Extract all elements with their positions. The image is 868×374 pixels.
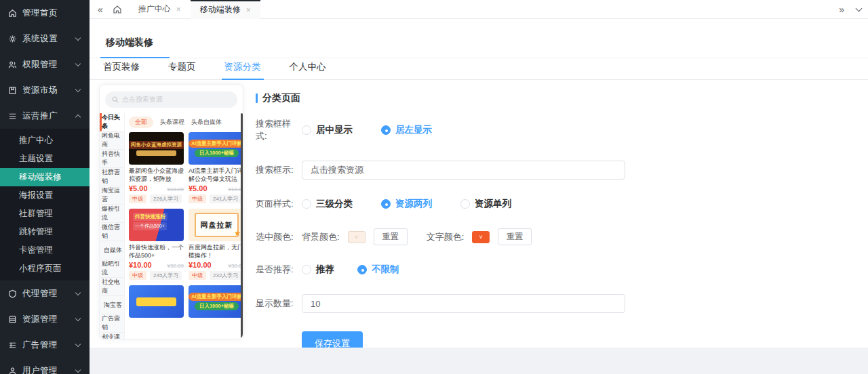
radio-icon[interactable]	[302, 125, 311, 135]
main-column: « 推广中心 × 移动端装修 × » 移动端装修 首页装修 专题页 资源分类	[90, 0, 868, 374]
category-item[interactable]: 社群营销	[100, 168, 124, 186]
submenu-item-poster-settings[interactable]: 海报设置	[0, 186, 90, 205]
category-item[interactable]: 抖音快手	[100, 150, 124, 168]
product-image-text: 日入1000+秘籍	[195, 302, 239, 310]
sidebar-item-dashboard[interactable]: 管理首页	[0, 0, 90, 26]
radio-option-center[interactable]: 居中显示	[302, 124, 353, 136]
collapse-sidebar-icon[interactable]: «	[98, 5, 103, 14]
submenu-item-redirect[interactable]: 跳转管理	[0, 223, 90, 241]
sidebar-item-resources[interactable]: 资源管理	[0, 306, 90, 332]
submenu-item-promo-center[interactable]: 推广中心	[0, 131, 90, 150]
submenu-item-mobile-decoration[interactable]: 移动端装修	[0, 168, 90, 186]
category-item[interactable]: 自媒体	[100, 241, 124, 259]
category-item[interactable]: 贴吧引流	[100, 259, 124, 278]
product-title: 百度网盘拉新，无门槛操作！	[189, 244, 243, 259]
radio-option-single-column[interactable]: 资源单列	[460, 198, 511, 210]
banner-decoration	[136, 297, 176, 306]
radio-icon[interactable]	[460, 199, 470, 209]
sidebar-item-users[interactable]: 用户管理	[0, 358, 90, 374]
subtab-courses[interactable]: 头条课程	[160, 118, 184, 127]
sidebar-item-agents[interactable]: 代理管理	[0, 280, 90, 306]
tab-home-decoration[interactable]: 首页装修	[100, 58, 142, 79]
tab-personal-center[interactable]: 个人中心	[287, 58, 329, 79]
category-item[interactable]: 闲鱼电商	[100, 131, 124, 150]
category-item[interactable]: 广告营销	[100, 314, 124, 333]
sidebar-item-operations[interactable]: 运营推广	[0, 103, 90, 129]
radio-icon[interactable]	[381, 199, 391, 209]
product-students: 241人学习	[210, 194, 241, 203]
product-price: ¥5.00	[129, 184, 148, 192]
text-color-swatch[interactable]: ˅	[472, 231, 490, 243]
sidebar-item-system-settings[interactable]: 系统设置	[0, 26, 90, 51]
product-card[interactable]	[129, 285, 184, 318]
radio-icon[interactable]	[381, 125, 391, 135]
product-card[interactable]: 抖音快速涨粉 一个作品500+ 抖音快速涨粉，一个作品500+ ¥10.00¥3…	[129, 209, 184, 280]
product-title: AI流量主新手入门详解公众号爆文玩法	[189, 167, 243, 183]
radio-option-left[interactable]: 居左显示	[381, 124, 432, 136]
field-label: 搜索框示:	[256, 164, 302, 176]
submenu-item-community[interactable]: 社群管理	[0, 205, 90, 223]
category-item[interactable]: 今日头条	[100, 113, 124, 131]
radio-icon[interactable]	[357, 265, 367, 274]
submenu-item-theme-settings[interactable]: 主题设置	[0, 150, 90, 168]
topbar-tab-label: 移动端装修	[200, 4, 241, 16]
close-icon[interactable]: ×	[246, 5, 251, 15]
radio-label: 三级分类	[316, 198, 353, 210]
category-item[interactable]: 爆粉引流	[100, 205, 124, 223]
radio-option-unrestricted[interactable]: 不限制	[357, 264, 399, 276]
tab-resource-category[interactable]: 资源分类	[222, 58, 264, 80]
field-label: 页面样式:	[256, 198, 302, 210]
display-count-input[interactable]	[302, 294, 625, 313]
subtab-media[interactable]: 头条自媒体	[191, 118, 222, 127]
sidebar-item-permissions[interactable]: 权限管理	[0, 51, 90, 77]
category-item[interactable]: 创业课程	[100, 333, 124, 339]
expand-tabs-icon[interactable]: »	[839, 5, 844, 14]
close-icon[interactable]: ×	[176, 5, 181, 14]
radio-option-three-level[interactable]: 三级分类	[302, 198, 353, 210]
form-row-recommend: 是否推荐: 推荐 不限制	[256, 264, 852, 276]
radio-label: 资源单列	[475, 198, 511, 210]
radio-option-two-column[interactable]: 资源两列	[381, 198, 432, 210]
product-card[interactable]: 闲鱼小众蓝海虚拟资源 最新闲鱼小众蓝海虚拟资源，矩阵放 ¥5.00¥10.00 …	[129, 132, 184, 203]
product-students: 226人学习	[150, 194, 182, 203]
product-card[interactable]: 网盘拉新 ★ 百度网盘拉新，无门槛操作！ ¥10.00¥30.00 中级232人…	[189, 209, 243, 280]
chevron-down-icon	[75, 35, 81, 40]
search-hint-input[interactable]	[302, 161, 625, 180]
product-level-badge: 中级	[129, 271, 146, 280]
form-row-page-style: 页面样式: 三级分类 资源两列 资源单列	[256, 198, 852, 210]
product-card[interactable]: AI流量主新手入门详解 日入1000+秘籍 AI流量主新手入门详解公众号爆文玩法…	[189, 132, 243, 203]
product-card[interactable]: AI流量主新手入门详解 日入1000+秘籍	[189, 285, 243, 318]
chevron-down-icon	[75, 367, 81, 372]
product-image-text: 闲鱼小众蓝海虚拟资源	[129, 141, 184, 149]
category-item[interactable]: 微信营销	[100, 223, 124, 241]
product-original-price: ¥30.00	[167, 263, 184, 269]
gear-icon	[8, 35, 17, 43]
topbar: « 推广中心 × 移动端装修 × »	[90, 0, 868, 19]
home-tab-icon[interactable]	[113, 5, 122, 14]
sidebar-item-ads[interactable]: 广告管理	[0, 332, 90, 358]
product-image-text: 网盘拉新	[201, 220, 233, 230]
submenu-item-card-keys[interactable]: 卡密管理	[0, 241, 90, 259]
phone-scrollbar[interactable]	[241, 113, 243, 339]
radio-icon[interactable]	[302, 265, 311, 274]
category-item[interactable]: 淘宝客	[100, 296, 124, 314]
submenu-item-miniprogram-pages[interactable]: 小程序页面	[0, 259, 90, 278]
topbar-tab-mobile-decoration[interactable]: 移动端装修 ×	[191, 0, 260, 19]
reset-background-color-button[interactable]: 重置	[374, 228, 408, 245]
radio-option-recommend[interactable]: 推荐	[302, 264, 334, 276]
reset-text-color-button[interactable]: 重置	[498, 228, 532, 245]
topbar-tab-promo-center[interactable]: 推广中心 ×	[129, 0, 191, 19]
sidebar-item-resource-market[interactable]: 资源市场	[0, 77, 90, 103]
radio-icon[interactable]	[302, 199, 311, 209]
tab-actions-chevron-icon[interactable]	[856, 5, 863, 12]
tab-topic-page[interactable]: 专题页	[165, 58, 199, 79]
background-color-swatch[interactable]: ˅	[348, 231, 366, 243]
page-header: 移动端装修	[90, 19, 868, 58]
subtab-all[interactable]: 全部	[129, 117, 153, 128]
phone-search-input[interactable]: 点击搜索资源	[105, 91, 237, 108]
category-item[interactable]: 社交电商	[100, 278, 124, 296]
category-item[interactable]: 淘宝运营	[100, 186, 124, 205]
product-image-text: AI流量主新手入门详解	[189, 293, 243, 301]
chevron-up-icon	[75, 114, 81, 119]
radio-label: 居左显示	[395, 124, 432, 136]
